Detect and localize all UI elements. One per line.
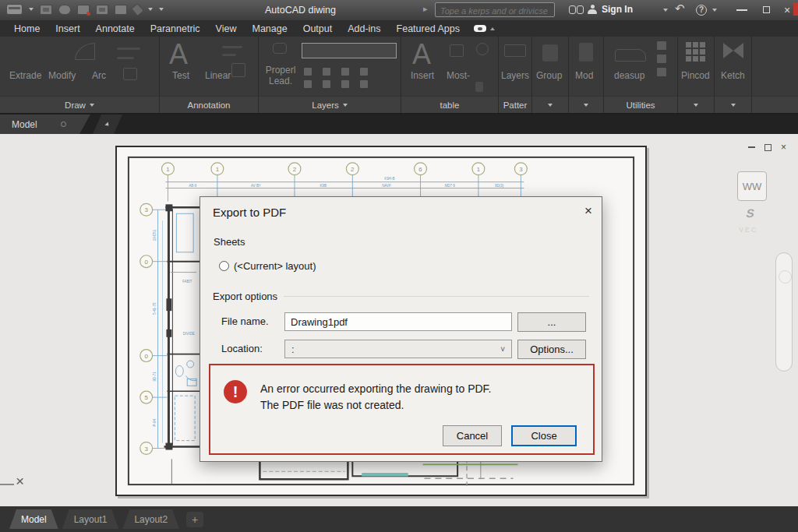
ribbon-tab-addins[interactable]: Add-ins — [340, 20, 388, 37]
text-tool-icon[interactable]: A — [169, 38, 188, 71]
qat-caret-icon[interactable] — [148, 8, 153, 11]
ribbon-tab-manage[interactable]: Manage — [244, 20, 295, 37]
new-window-icon[interactable] — [96, 5, 108, 15]
record-pill-icon[interactable] — [474, 25, 486, 32]
compass-s-label: S — [745, 206, 756, 220]
panel-annotation: A Test Linear Annotation — [160, 37, 259, 113]
dialog-close-icon[interactable]: × — [584, 203, 592, 219]
layer-filter-combo[interactable] — [302, 43, 397, 58]
viewport-minimize-icon[interactable] — [748, 146, 755, 148]
layers-button[interactable]: Layers — [501, 70, 529, 81]
new-drawing-tab[interactable] — [93, 115, 122, 134]
sign-in-button[interactable]: Sign In — [588, 4, 633, 15]
pincod-button[interactable]: Pincod — [681, 70, 710, 81]
layout-tab-layout2[interactable]: Layout2 — [122, 509, 179, 529]
mod-button[interactable]: Mod — [575, 70, 593, 81]
search-box — [435, 2, 555, 17]
panel-ketch-caret-icon — [731, 104, 736, 107]
svg-text:9D(3): 9D(3) — [495, 184, 504, 188]
cancel-button[interactable]: Cancel — [443, 425, 502, 446]
ribbon-tab-featured-apps[interactable]: Featured Apps — [389, 20, 468, 37]
viewcube[interactable]: WW — [737, 171, 767, 201]
panel-label-pincod[interactable] — [678, 96, 714, 113]
ribbon-tab-home[interactable]: Home — [6, 20, 48, 37]
panel-pincod-caret-icon — [694, 104, 698, 107]
title-play-icon: ▸ — [423, 4, 428, 14]
window-close-button[interactable]: × — [782, 5, 793, 15]
block-icon — [450, 44, 464, 57]
group-icon — [542, 44, 558, 62]
ribbon: Extrade Modify Arc Draw A Test Linear An… — [0, 37, 798, 115]
ribbon-tab-output[interactable]: Output — [295, 20, 341, 37]
extrade-button[interactable]: Extrade — [9, 70, 41, 81]
panel-label-draw[interactable]: Draw — [0, 96, 159, 113]
panel-table: A Insert Most- table — [401, 37, 499, 113]
pencil-icon[interactable] — [131, 2, 144, 16]
print-icon[interactable] — [115, 5, 127, 15]
layout-tab-model[interactable]: Model — [9, 509, 58, 529]
plot-setup-icon[interactable] — [77, 5, 90, 15]
layer-tools-icons[interactable] — [304, 68, 368, 88]
help-icon[interactable]: ? — [696, 5, 707, 16]
sheets-section-label: Sheets — [214, 236, 245, 248]
grid-bubbles-top: 1 1 2 2 6 1 3 — [162, 163, 528, 175]
deasup-button[interactable]: deasup — [614, 70, 644, 81]
ribbon-tab-insert[interactable]: Insert — [48, 20, 87, 37]
panel-label-group[interactable] — [532, 96, 568, 113]
panel-label-mod[interactable] — [569, 96, 603, 113]
window-restore-button[interactable] — [761, 5, 772, 15]
save-icon[interactable] — [40, 5, 52, 15]
utility-stack-icons[interactable] — [657, 41, 666, 81]
svg-text:P-94: P-94 — [153, 419, 157, 427]
svg-text:K9B: K9B — [320, 184, 326, 188]
linear-button[interactable]: Linear — [205, 70, 231, 81]
insert-button[interactable]: Insert — [411, 70, 434, 81]
viewport-restore-icon[interactable] — [764, 144, 772, 151]
add-layout-button[interactable]: + — [186, 512, 203, 527]
panel-label-utilities[interactable]: Utilities — [604, 96, 677, 113]
svg-text:9D-71: 9D-71 — [153, 372, 157, 382]
panel-label-annotation[interactable]: Annotation — [160, 96, 258, 113]
test-button[interactable]: Test — [172, 70, 189, 81]
pin-icon[interactable] — [61, 122, 66, 127]
navigation-bar[interactable] — [775, 252, 793, 372]
ketch-button[interactable]: Ketch — [721, 70, 745, 81]
modify-button[interactable]: Modify — [48, 70, 76, 81]
file-name-input[interactable] — [284, 312, 512, 331]
location-label: Location: — [221, 343, 263, 354]
ribbon-collapse-caret-icon[interactable] — [490, 27, 495, 30]
arc-button[interactable]: Arc — [92, 70, 106, 81]
left-dimension-lines: 19-D51 5-41-78 9D-71 P-94 — [153, 210, 168, 448]
app-menu-caret-icon[interactable] — [29, 8, 34, 11]
search-binoculars-icon[interactable] — [569, 5, 586, 15]
panel-label-patter[interactable]: Patter — [499, 96, 531, 113]
ribbon-tab-parametric[interactable]: Parannetric — [143, 20, 208, 37]
layout-tab-layout1[interactable]: Layout1 — [62, 509, 119, 529]
close-button[interactable]: Close — [511, 425, 577, 446]
help-caret-icon[interactable] — [712, 9, 717, 12]
panel-label-table[interactable]: table — [401, 96, 498, 113]
viewport-close-icon[interactable]: × — [781, 142, 786, 153]
undo-icon[interactable] — [58, 5, 71, 15]
group-button[interactable]: Group — [536, 70, 562, 81]
properl-lead-button[interactable]: Properl Lead. — [260, 65, 301, 86]
sign-in-caret-icon[interactable] — [663, 9, 668, 12]
browse-button[interactable]: ... — [517, 312, 586, 332]
location-select[interactable]: : ˅ — [284, 340, 512, 358]
most-button[interactable]: Most- — [447, 70, 470, 81]
polyline-icon — [117, 57, 134, 59]
qat-customize-caret-icon[interactable] — [159, 8, 164, 11]
panel-label-layers[interactable]: Layers — [259, 96, 401, 113]
search-input[interactable] — [436, 5, 554, 18]
file-tab-model[interactable]: Model — [0, 115, 90, 134]
panel-label-ketch[interactable] — [715, 96, 751, 113]
ribbon-tab-annotate[interactable]: Annotate — [88, 20, 143, 37]
current-layout-radio[interactable] — [219, 261, 229, 271]
exchange-undo-icon[interactable]: ↶ — [675, 2, 685, 16]
options-button[interactable]: Options... — [517, 340, 586, 359]
window-minimize-button[interactable] — [736, 5, 747, 15]
panel-mod-caret-icon — [584, 104, 588, 107]
insert-text-icon[interactable]: A — [412, 38, 431, 71]
app-menu-icon[interactable] — [6, 4, 23, 15]
ribbon-tab-view[interactable]: View — [208, 20, 245, 37]
